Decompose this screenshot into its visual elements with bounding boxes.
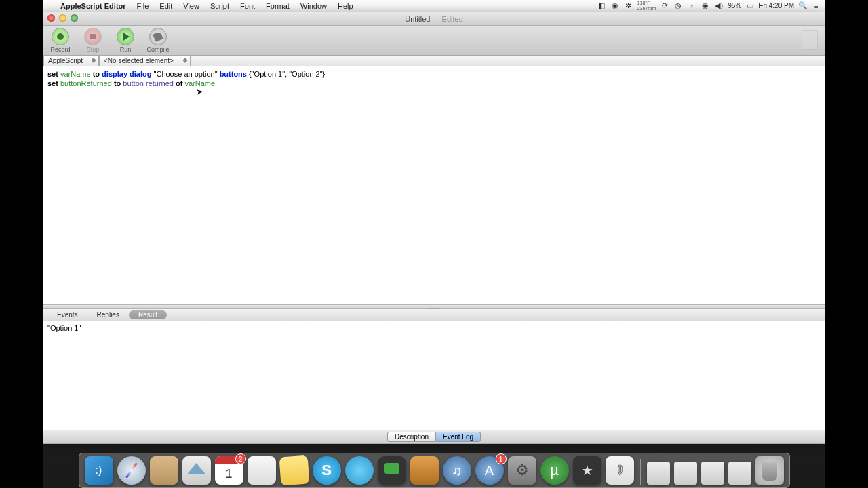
tab-events[interactable]: Events — [47, 310, 87, 319]
dock-contacts-icon[interactable] — [150, 456, 178, 485]
badge: 1 — [496, 453, 507, 464]
tab-replies[interactable]: Replies — [87, 310, 129, 319]
bottom-bar: Description Event Log — [43, 430, 825, 443]
splitter-handle[interactable] — [43, 305, 825, 309]
menu-format[interactable]: Format — [260, 2, 295, 10]
result-pane[interactable]: "Option 1" — [43, 321, 825, 430]
dock-imovie-icon[interactable] — [573, 456, 601, 485]
spotlight-icon[interactable]: 🔍 — [798, 1, 808, 11]
menu-help[interactable]: Help — [332, 2, 359, 10]
dock-notes-icon[interactable] — [279, 455, 309, 486]
tab-result[interactable]: Result — [129, 310, 167, 319]
sync-icon[interactable]: ⟳ — [660, 1, 669, 11]
compile-icon — [149, 28, 167, 45]
dock-stack-icon[interactable] — [674, 462, 697, 485]
dock-stack-icon[interactable] — [701, 462, 724, 485]
window-title: Untitled — Edited — [405, 15, 463, 23]
compile-button[interactable]: Compile — [145, 28, 171, 53]
dock-preferences-icon[interactable] — [508, 456, 536, 485]
run-icon — [117, 28, 134, 45]
menu-font[interactable]: Font — [235, 2, 260, 10]
notification-center-icon[interactable]: ≡ — [812, 1, 821, 11]
stop-icon — [84, 28, 102, 45]
menu-file[interactable]: File — [132, 2, 155, 10]
menu-edit[interactable]: Edit — [154, 2, 178, 10]
dock-safari-icon[interactable] — [117, 456, 146, 485]
code-editor[interactable]: set varName to display dialog "Choose an… — [43, 66, 825, 305]
clock[interactable]: Fri 4:20 PM — [759, 2, 794, 9]
battery-percent: 95% — [728, 2, 741, 9]
volume-icon[interactable]: ◀) — [714, 1, 724, 11]
document-proxy-icon[interactable] — [802, 30, 818, 50]
battery-icon[interactable]: ▭ — [745, 1, 755, 11]
dock-utorrent-icon[interactable] — [540, 456, 569, 485]
dock-itunes-icon[interactable] — [443, 456, 471, 485]
dock-messages-icon[interactable] — [345, 456, 374, 485]
temp-readout: 118°F2367rpm — [637, 1, 656, 12]
code-line: set varName to display dialog "Choose an… — [47, 69, 821, 79]
wifi-icon[interactable]: ◉ — [701, 1, 710, 11]
run-button[interactable]: Run — [113, 28, 138, 53]
dock: 2 1 — [43, 444, 825, 488]
badge: 2 — [235, 453, 246, 464]
language-select[interactable]: AppleScript — [43, 56, 99, 66]
record-button[interactable]: Record — [47, 28, 73, 53]
dock-skype-icon[interactable] — [313, 456, 341, 485]
code-line: set buttonReturned to button returned of… — [47, 79, 821, 88]
menu-window[interactable]: Window — [295, 2, 332, 10]
result-tabs: Events Replies Result — [43, 309, 825, 321]
element-select[interactable]: <No selected element> — [99, 56, 191, 66]
bluetooth-icon[interactable]: ᚼ — [687, 1, 696, 11]
menu-view[interactable]: View — [178, 2, 205, 10]
dock-mail-icon[interactable] — [182, 456, 211, 485]
dock-separator — [640, 459, 641, 485]
dock-calendar-icon[interactable]: 2 — [215, 456, 243, 485]
close-button[interactable] — [47, 14, 55, 22]
dock-facetime-icon[interactable] — [378, 456, 406, 485]
app-name[interactable]: AppleScript Editor — [55, 2, 132, 10]
dock-reminders-icon[interactable] — [248, 456, 276, 485]
titlebar[interactable]: Untitled — Edited — [43, 12, 825, 26]
menu-extra-icon[interactable]: ◧ — [597, 1, 606, 11]
description-button[interactable]: Description — [387, 432, 436, 442]
result-text: "Option 1" — [47, 324, 81, 332]
nav-bar: AppleScript <No selected element> — [43, 56, 825, 66]
fan-icon[interactable]: ✲ — [624, 1, 633, 11]
menubar: AppleScript Editor File Edit View Script… — [43, 0, 825, 12]
stop-button[interactable]: Stop — [80, 28, 106, 53]
record-icon — [52, 28, 69, 45]
zoom-button[interactable] — [71, 14, 78, 22]
menu-script[interactable]: Script — [205, 2, 235, 10]
eventlog-button[interactable]: Event Log — [436, 432, 481, 442]
timemachine-icon[interactable]: ◷ — [673, 1, 683, 11]
dock-shelf: 2 1 — [79, 453, 790, 488]
dock-finder-icon[interactable] — [85, 456, 113, 485]
dock-trash-icon[interactable] — [755, 456, 784, 485]
toolbar: Record Stop Run Compile — [43, 26, 825, 56]
desktop: AppleScript Editor File Edit View Script… — [43, 0, 825, 488]
editor-window: Untitled — Edited Record Stop Run Compil… — [43, 12, 825, 444]
dock-stack-icon[interactable] — [728, 462, 751, 485]
minimize-button[interactable] — [59, 14, 66, 22]
dock-stack-icon[interactable] — [647, 462, 670, 485]
dock-applescript-editor-icon[interactable] — [606, 456, 634, 485]
menu-extra-icon[interactable]: ◉ — [610, 1, 620, 11]
dock-appstore-icon[interactable]: 1 — [475, 456, 504, 485]
dock-iphoto-icon[interactable] — [410, 456, 439, 485]
